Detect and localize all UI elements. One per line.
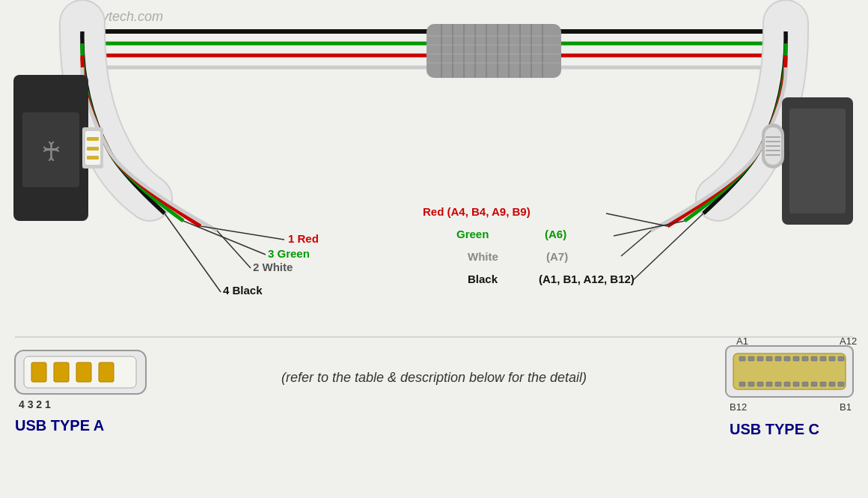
svg-rect-74 xyxy=(757,356,763,361)
svg-rect-37 xyxy=(765,141,780,142)
svg-text:B12: B12 xyxy=(730,401,747,413)
svg-rect-81 xyxy=(820,356,826,361)
svg-rect-9 xyxy=(427,24,561,78)
svg-rect-90 xyxy=(793,382,799,386)
svg-rect-84 xyxy=(739,382,745,386)
svg-rect-63 xyxy=(31,362,46,382)
svg-text:(A7): (A7) xyxy=(546,250,568,263)
svg-text:Green: Green xyxy=(456,228,489,240)
svg-text:♰: ♰ xyxy=(41,136,61,167)
svg-rect-72 xyxy=(739,356,745,361)
svg-rect-66 xyxy=(99,362,114,382)
svg-rect-93 xyxy=(820,382,826,386)
svg-rect-38 xyxy=(765,145,780,147)
svg-rect-95 xyxy=(838,382,844,386)
diagram-svg: somanytech.com xyxy=(0,0,868,498)
svg-rect-76 xyxy=(775,356,781,361)
svg-rect-30 xyxy=(87,147,99,151)
svg-text:4    3    2    1: 4 3 2 1 xyxy=(19,398,51,410)
svg-rect-83 xyxy=(838,356,844,361)
svg-text:USB TYPE A: USB TYPE A xyxy=(15,417,104,434)
svg-text:Red (A4, B4, A9, B9): Red (A4, B4, A9, B9) xyxy=(423,205,531,218)
svg-rect-79 xyxy=(802,356,808,361)
svg-rect-39 xyxy=(765,150,780,151)
svg-rect-92 xyxy=(811,382,817,386)
svg-rect-29 xyxy=(87,137,99,141)
svg-text:1 Red: 1 Red xyxy=(288,232,319,245)
svg-text:Black: Black xyxy=(468,273,498,285)
svg-rect-33 xyxy=(789,109,846,213)
svg-rect-89 xyxy=(784,382,790,386)
svg-rect-80 xyxy=(811,356,817,361)
svg-rect-94 xyxy=(829,382,835,386)
main-container: somanytech.com xyxy=(0,0,868,498)
svg-rect-82 xyxy=(829,356,835,361)
svg-text:3 Green: 3 Green xyxy=(268,247,310,260)
svg-rect-88 xyxy=(775,382,781,386)
svg-rect-65 xyxy=(76,362,91,382)
svg-rect-64 xyxy=(54,362,69,382)
svg-rect-85 xyxy=(748,382,754,386)
svg-text:(A6): (A6) xyxy=(545,228,566,240)
svg-rect-40 xyxy=(765,154,780,156)
svg-rect-75 xyxy=(766,356,772,361)
svg-rect-77 xyxy=(784,356,790,361)
svg-text:White: White xyxy=(468,250,498,263)
svg-text:4 Black: 4 Black xyxy=(223,284,263,297)
svg-rect-36 xyxy=(765,136,780,138)
svg-text:USB TYPE C: USB TYPE C xyxy=(730,421,819,437)
svg-text:B1: B1 xyxy=(840,401,852,413)
svg-rect-31 xyxy=(87,156,99,160)
svg-text:A1: A1 xyxy=(736,335,748,347)
svg-rect-73 xyxy=(748,356,754,361)
svg-text:A12: A12 xyxy=(840,335,857,347)
svg-rect-86 xyxy=(757,382,763,386)
svg-text:(A1, B1, A12, B12): (A1, B1, A12, B12) xyxy=(539,273,635,285)
svg-text:(refer to the table & descript: (refer to the table & description below … xyxy=(281,370,587,385)
svg-rect-91 xyxy=(802,382,808,386)
svg-text:2 White: 2 White xyxy=(253,261,293,273)
svg-rect-78 xyxy=(793,356,799,361)
svg-rect-87 xyxy=(766,382,772,386)
